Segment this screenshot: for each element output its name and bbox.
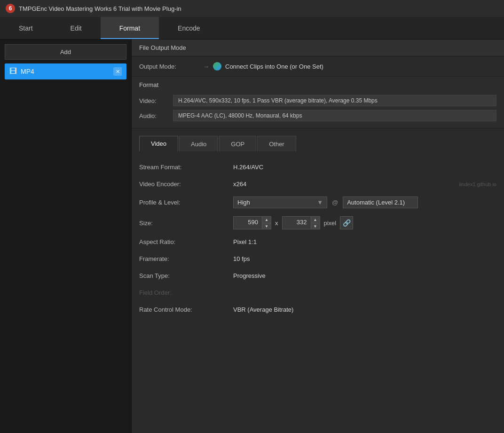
video-encoder-value: x264	[233, 181, 246, 188]
sidebar-item-mp4[interactable]: 🎞 MP4 ✕	[5, 63, 126, 79]
sidebar-item-close-button[interactable]: ✕	[113, 67, 122, 76]
watermark-text: iindex1.github.io	[459, 181, 496, 187]
stream-format-value: H.264/AVC	[233, 164, 263, 171]
mp4-file-icon: 🎞	[9, 67, 17, 76]
profile-dropdown-value: High	[237, 199, 250, 206]
height-spinbox: 332 ▲ ▼	[282, 216, 320, 229]
tab-edit[interactable]: Edit	[52, 17, 101, 39]
width-value: 590	[234, 217, 262, 229]
settings-area: Stream Format: H.264/AVC Video Encoder: …	[132, 151, 504, 433]
height-value: 332	[283, 217, 311, 229]
sidebar: Add 🎞 MP4 ✕	[0, 39, 132, 433]
rate-control-label: Rate Control Mode:	[139, 306, 233, 313]
tab-format[interactable]: Format	[101, 17, 159, 39]
size-row: Size: 590 ▲ ▼ x 332 ▲ ▼	[139, 213, 496, 234]
width-decrement-button[interactable]: ▼	[262, 223, 271, 229]
format-video-row: Video: H.264/AVC, 590x332, 10 fps, 1 Pas…	[139, 93, 496, 108]
tab-other[interactable]: Other	[257, 136, 296, 151]
size-x-label: x	[275, 220, 278, 227]
size-label: Size:	[139, 220, 233, 227]
framerate-label: Framerate:	[139, 255, 233, 262]
tab-video[interactable]: Video	[139, 136, 178, 151]
width-spinbox-buttons: ▲ ▼	[262, 217, 271, 229]
file-output-section-header: File Output Mode	[132, 39, 504, 56]
format-video-label: Video:	[139, 97, 167, 104]
app-title: TMPGEnc Video Mastering Works 6 Trial wi…	[19, 5, 181, 12]
dropdown-arrow-icon: ▼	[317, 199, 323, 206]
aspect-ratio-row: Aspect Ratio: Pixel 1:1	[139, 234, 496, 251]
video-encoder-label: Video Encoder:	[139, 181, 233, 188]
level-dropdown[interactable]: Automatic (Level 2.1)	[343, 197, 418, 208]
video-encoder-row: Video Encoder: x264 iindex1.github.io	[139, 176, 496, 193]
add-button[interactable]: Add	[5, 44, 126, 60]
output-mode-label: Output Mode:	[139, 63, 196, 70]
globe-icon	[213, 62, 221, 71]
stream-format-row: Stream Format: H.264/AVC	[139, 159, 496, 176]
aspect-ratio-value: Pixel 1:1	[233, 238, 257, 245]
stream-format-label: Stream Format:	[139, 164, 233, 171]
width-spinbox: 590 ▲ ▼	[233, 216, 271, 229]
tab-start[interactable]: Start	[0, 17, 52, 39]
video-tabs: Video Audio GOP Other	[132, 128, 504, 151]
main-layout: Add 🎞 MP4 ✕ File Output Mode Output Mode…	[0, 39, 504, 433]
level-dropdown-value: Automatic (Level 2.1)	[347, 199, 405, 206]
tab-encode[interactable]: Encode	[159, 17, 219, 39]
field-order-label: Field Order:	[139, 289, 233, 296]
scan-type-label: Scan Type:	[139, 272, 233, 279]
output-mode-text: Connect Clips into One (or One Set)	[225, 63, 323, 70]
format-audio-value: MPEG-4 AAC (LC), 48000 Hz, Monaural, 64 …	[173, 110, 496, 121]
top-navigation: Start Edit Format Encode	[0, 17, 504, 39]
size-controls: 590 ▲ ▼ x 332 ▲ ▼ pixel	[233, 216, 353, 229]
profile-level-row: Profile & Level: High ▼ @ Automatic (Lev…	[139, 193, 496, 213]
at-symbol: @	[332, 199, 338, 206]
tab-gop[interactable]: GOP	[219, 136, 256, 151]
height-decrement-button[interactable]: ▼	[311, 223, 320, 229]
format-audio-label: Audio:	[139, 112, 167, 119]
field-order-row: Field Order:	[139, 284, 496, 301]
rate-control-row: Rate Control Mode: VBR (Average Bitrate)	[139, 301, 496, 318]
width-increment-button[interactable]: ▲	[262, 217, 271, 223]
height-spinbox-buttons: ▲ ▼	[311, 217, 320, 229]
titlebar: 6 TMPGEnc Video Mastering Works 6 Trial …	[0, 0, 504, 17]
content-area: File Output Mode Output Mode: → Connect …	[132, 39, 504, 433]
pixel-label: pixel	[324, 220, 337, 227]
framerate-value: 10 fps	[233, 255, 250, 262]
app-icon: 6	[6, 4, 15, 13]
profile-level-label: Profile & Level:	[139, 199, 233, 206]
output-mode-row: Output Mode: → Connect Clips into One (o…	[132, 56, 504, 77]
aspect-ratio-label: Aspect Ratio:	[139, 238, 233, 245]
scan-type-row: Scan Type: Progressive	[139, 268, 496, 284]
format-audio-row: Audio: MPEG-4 AAC (LC), 48000 Hz, Monaur…	[139, 108, 496, 123]
format-section: Format Video: H.264/AVC, 590x332, 10 fps…	[132, 77, 504, 128]
tab-audio[interactable]: Audio	[179, 136, 218, 151]
height-increment-button[interactable]: ▲	[311, 217, 320, 223]
format-section-title: Format	[139, 81, 496, 88]
format-video-value: H.264/AVC, 590x332, 10 fps, 1 Pass VBR (…	[173, 95, 496, 106]
arrow-icon: →	[203, 63, 209, 70]
link-button[interactable]: 🔗	[340, 216, 353, 229]
output-mode-value: → Connect Clips into One (or One Set)	[203, 62, 323, 71]
sidebar-item-label: MP4	[21, 68, 110, 75]
profile-dropdown[interactable]: High ▼	[233, 197, 327, 208]
framerate-row: Framerate: 10 fps	[139, 251, 496, 268]
rate-control-value: VBR (Average Bitrate)	[233, 306, 293, 313]
profile-level-controls: High ▼ @ Automatic (Level 2.1)	[233, 197, 418, 208]
scan-type-value: Progressive	[233, 272, 266, 279]
